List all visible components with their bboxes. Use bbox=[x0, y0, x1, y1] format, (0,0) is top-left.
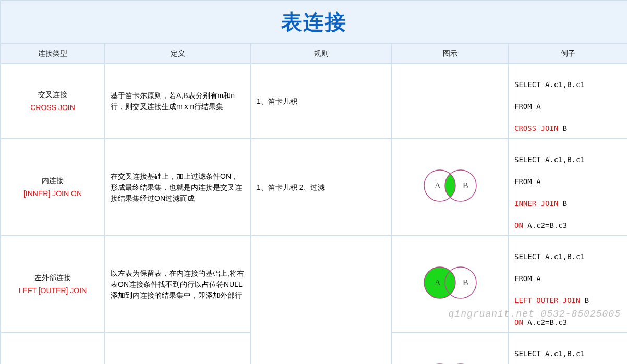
inner-join-name: 内连接 [INNER] JOIN ON bbox=[1, 139, 105, 236]
inner-join-definition: 在交叉连接基础上，加上过滤条件ON，形成最终结果集，也就是内连接是交叉连接结果集… bbox=[105, 139, 251, 236]
left-join-name-en: LEFT [OUTER] JOIN bbox=[6, 285, 99, 296]
col-example: 例子 bbox=[509, 43, 627, 64]
venn-icon: A B bbox=[414, 165, 487, 207]
cross-join-diagram bbox=[392, 64, 509, 139]
ex-line: SELECT A.c1,B.c1 bbox=[514, 349, 585, 358]
svg-text:B: B bbox=[463, 181, 468, 190]
inner-join-name-en: [INNER] JOIN ON bbox=[6, 188, 99, 199]
row-inner-join: 内连接 [INNER] JOIN ON 在交叉连接基础上，加上过滤条件ON，形成… bbox=[1, 139, 627, 236]
ex-on-kw: ON bbox=[514, 221, 523, 229]
outer-join-rule: 1、笛卡儿积 2、过滤 3、添加外部行 bbox=[251, 236, 392, 364]
left-join-name-cn: 左外部连接 bbox=[34, 273, 71, 282]
ex-on-tail: A.c2=B.c3 bbox=[523, 221, 567, 229]
col-definition: 定义 bbox=[105, 43, 251, 64]
document-root: 表连接 连接类型 定义 规则 图示 例子 交叉连接 CROSS JOIN 基于笛… bbox=[0, 0, 627, 364]
cross-join-name-cn: 交叉连接 bbox=[38, 90, 67, 99]
row-cross-join: 交叉连接 CROSS JOIN 基于笛卡尔原则，若A,B表分别有m和n行，则交叉… bbox=[1, 64, 627, 139]
inner-join-name-cn: 内连接 bbox=[42, 176, 64, 185]
left-join-diagram: A B bbox=[392, 236, 509, 333]
ex-tail: B bbox=[558, 199, 567, 208]
title-row: 表连接 bbox=[1, 1, 627, 43]
col-rule: 规则 bbox=[251, 43, 392, 64]
ex-keyword: CROSS JOIN bbox=[514, 124, 558, 132]
right-join-name: 右外部连接 RIGHT [OUTER] JOIN ON bbox=[1, 333, 105, 364]
inner-join-rule: 1、笛卡儿积 2、过滤 bbox=[251, 139, 392, 236]
left-join-name: 左外部连接 LEFT [OUTER] JOIN bbox=[1, 236, 105, 333]
ex-line: SELECT A.c1,B.c1 bbox=[514, 252, 585, 261]
cross-join-definition: 基于笛卡尔原则，若A,B表分别有m和n行，则交叉连接生成m x n行结果集 bbox=[105, 64, 251, 139]
inner-join-diagram: A B bbox=[392, 139, 509, 236]
svg-text:A: A bbox=[435, 278, 441, 287]
ex-line: FROM A bbox=[514, 274, 541, 283]
header-row: 连接类型 定义 规则 图示 例子 bbox=[1, 43, 627, 64]
join-table: 表连接 连接类型 定义 规则 图示 例子 交叉连接 CROSS JOIN 基于笛… bbox=[0, 0, 627, 364]
ex-on-kw: ON bbox=[514, 318, 523, 326]
right-join-example: SELECT A.c1,B.c1 FROM A RIGHT OUTER JOIN… bbox=[509, 333, 627, 364]
ex-line: SELECT A.c1,B.c1 bbox=[514, 155, 585, 164]
cross-join-name-en: CROSS JOIN bbox=[6, 102, 99, 113]
ex-keyword: INNER JOIN bbox=[514, 199, 558, 208]
right-join-definition: 以右表为保留表，在内连接的基础上,将左表ON连接条件找不到的行以占位符NULL添… bbox=[105, 333, 251, 364]
svg-text:A: A bbox=[435, 181, 441, 190]
row-left-join: 左外部连接 LEFT [OUTER] JOIN 以左表为保留表，在内连接的基础上… bbox=[1, 236, 627, 333]
ex-on-tail: A.c2=B.c3 bbox=[523, 318, 567, 326]
ex-line: SELECT A.c1,B.c1 bbox=[514, 80, 585, 89]
ex-tail: B bbox=[558, 124, 567, 132]
cross-join-name: 交叉连接 CROSS JOIN bbox=[1, 64, 105, 139]
cross-join-rule: 1、笛卡儿积 bbox=[251, 64, 392, 139]
ex-line: FROM A bbox=[514, 177, 541, 186]
venn-icon: A B bbox=[414, 359, 487, 364]
ex-tail: B bbox=[580, 296, 589, 305]
col-type: 连接类型 bbox=[1, 43, 105, 64]
svg-text:B: B bbox=[463, 278, 468, 287]
right-join-diagram: A B bbox=[392, 333, 509, 364]
ex-keyword: LEFT OUTER JOIN bbox=[514, 296, 580, 305]
ex-line: FROM A bbox=[514, 102, 541, 111]
cross-join-example: SELECT A.c1,B.c1 FROM A CROSS JOIN B bbox=[509, 64, 627, 139]
page-title: 表连接 bbox=[281, 10, 347, 33]
col-diagram: 图示 bbox=[392, 43, 509, 64]
inner-join-example: SELECT A.c1,B.c1 FROM A INNER JOIN B ON … bbox=[509, 139, 627, 236]
left-join-definition: 以左表为保留表，在内连接的基础上,将右表ON连接条件找不到的行以占位符NULL添… bbox=[105, 236, 251, 333]
left-join-example: SELECT A.c1,B.c1 FROM A LEFT OUTER JOIN … bbox=[509, 236, 627, 333]
title-cell: 表连接 bbox=[1, 1, 627, 43]
venn-icon: A B bbox=[414, 262, 487, 304]
